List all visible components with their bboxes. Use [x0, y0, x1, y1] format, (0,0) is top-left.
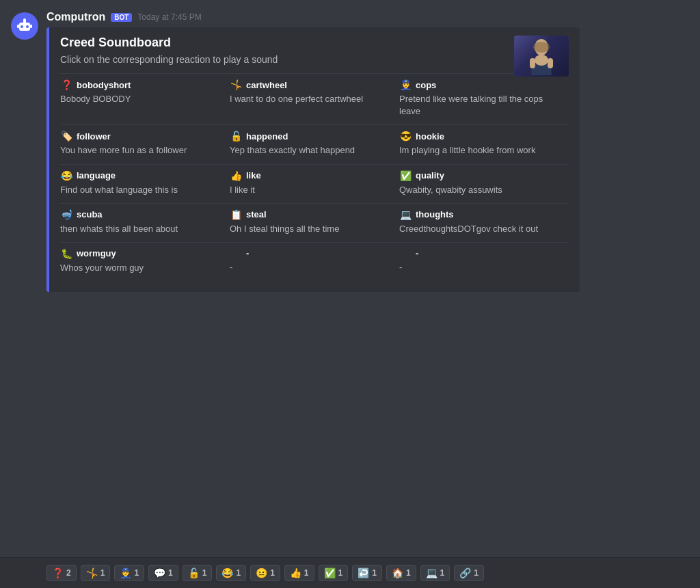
cell-label: 😎 hookie: [399, 131, 561, 142]
cell-icon: 📋: [230, 209, 242, 220]
avatar: [11, 12, 38, 40]
chat-container: Computron BOT Today at 7:45 PM: [0, 0, 700, 588]
reaction-emoji: 😂: [221, 567, 233, 578]
cell-text: Bobody BOBODY: [60, 93, 221, 105]
cell-text: Pretend like were talking till the cops …: [399, 93, 561, 118]
cell-icon: 🏷️: [60, 131, 72, 142]
cell-label-text: thoughts: [416, 209, 454, 219]
cell-text: Im playing a little hookie from work: [399, 144, 561, 157]
cell-text: I like it: [230, 184, 391, 196]
svg-rect-6: [30, 25, 32, 28]
message-content: Computron BOT Today at 7:45 PM: [46, 11, 689, 552]
reaction-button[interactable]: 🔗 1: [454, 565, 484, 581]
svg-point-4: [23, 18, 26, 21]
cell-text: -: [230, 261, 391, 273]
reaction-button[interactable]: ❓ 2: [46, 565, 77, 581]
cell-label-text: steal: [246, 209, 267, 219]
reaction-button[interactable]: 🏠 1: [386, 565, 416, 581]
cell-label: 🤿 scuba: [60, 209, 221, 220]
bot-avatar-icon: [16, 17, 33, 35]
reaction-count: 1: [474, 568, 479, 578]
cell-icon: 👍: [230, 170, 242, 181]
reaction-button[interactable]: 💻 1: [420, 565, 450, 581]
grid-cell: ✅ quality Qwabity, qwabity assuwits: [399, 164, 569, 203]
thumbnail-image: [514, 36, 569, 77]
svg-point-2: [26, 25, 29, 28]
grid-cell: 🤸 cartwheel I want to do one perfect car…: [230, 73, 399, 124]
reaction-count: 1: [168, 568, 173, 578]
cell-label-text: happened: [246, 131, 288, 142]
reaction-emoji: 🤸: [86, 567, 98, 578]
svg-point-9: [535, 55, 548, 66]
reaction-emoji: 👮: [120, 567, 131, 578]
cell-label-text: -: [246, 248, 249, 258]
reaction-count: 1: [202, 568, 207, 578]
cell-label: 🔓 happened: [230, 131, 391, 142]
bot-badge: BOT: [111, 13, 132, 22]
cell-icon: 👮: [399, 79, 412, 90]
grid-cell: 👮 cops Pretend like were talking till th…: [399, 73, 569, 124]
reaction-count: 1: [338, 568, 343, 578]
cell-text: Oh I steal things all the time: [230, 223, 391, 235]
cell-icon: ✅: [399, 170, 412, 181]
cell-label: -: [230, 248, 391, 258]
svg-rect-5: [17, 25, 19, 28]
grid-cell: 😂 language Find out what language this i…: [60, 164, 230, 203]
grid-cell: 🔓 happened Yep thats exactly what happen…: [230, 124, 399, 163]
cell-text: Whos your worm guy: [60, 262, 221, 274]
reaction-button[interactable]: 💬 1: [148, 565, 178, 581]
cell-icon: 😎: [399, 131, 412, 142]
reaction-emoji: 👍: [290, 567, 301, 578]
cell-label-text: cops: [416, 80, 436, 90]
reaction-count: 1: [236, 568, 241, 578]
cell-icon: 😂: [60, 170, 72, 181]
cell-text: -: [399, 261, 561, 273]
cell-label-text: bobodyshort: [77, 80, 131, 90]
reaction-emoji: 🔗: [459, 567, 471, 578]
reaction-emoji: ❓: [52, 567, 64, 578]
reaction-button[interactable]: 🤸 1: [81, 565, 111, 581]
reaction-emoji: ↩️: [358, 567, 369, 578]
cell-text: Find out what language this is: [60, 184, 221, 196]
reaction-count: 1: [406, 568, 411, 578]
grid-cell: 👍 like I like it: [230, 164, 399, 203]
cell-label-text: -: [416, 248, 418, 258]
reaction-emoji: ✅: [324, 567, 336, 578]
reaction-emoji: 🔓: [188, 567, 200, 578]
cell-text: I want to do one perfect cartwheel: [230, 93, 391, 105]
reaction-button[interactable]: ✅ 1: [319, 565, 349, 581]
grid-cell: - -: [230, 242, 399, 281]
reaction-count: 1: [304, 568, 309, 578]
cell-text: then whats this all been about: [60, 223, 221, 235]
grid-cell: 🐛 wormguy Whos your worm guy: [60, 242, 230, 281]
cell-icon: 🔓: [230, 131, 242, 142]
cell-label: 💻 thoughts: [399, 209, 561, 220]
cell-icon: 🤿: [60, 209, 72, 220]
message-header: Computron BOT Today at 7:45 PM: [46, 11, 689, 23]
reaction-button[interactable]: 🔓 1: [183, 565, 213, 581]
reaction-button[interactable]: 😐 1: [250, 565, 280, 581]
grid-cell: 💻 thoughts CreedthoughtsDOTgov check it …: [399, 203, 569, 242]
cell-label-text: quality: [416, 170, 444, 181]
reaction-count: 1: [440, 568, 445, 578]
reaction-count: 1: [100, 568, 105, 578]
reaction-count: 1: [372, 568, 377, 578]
cell-label: 😂 language: [60, 170, 221, 181]
reaction-button[interactable]: 👮 1: [114, 565, 144, 581]
cell-icon: 🤸: [230, 79, 242, 90]
embed-thumbnail: [514, 36, 569, 77]
cell-label-text: like: [246, 170, 261, 181]
grid-cell: 😎 hookie Im playing a little hookie from…: [399, 124, 569, 163]
reaction-count: 2: [66, 568, 71, 578]
cell-label: ✅ quality: [399, 170, 561, 181]
embed-description: Click on the corresponding reaction to p…: [60, 54, 569, 65]
reaction-button[interactable]: 👍 1: [284, 565, 314, 581]
reaction-button[interactable]: ↩️ 1: [352, 565, 382, 581]
reaction-button[interactable]: 😂 1: [216, 565, 246, 581]
cell-label-text: follower: [77, 131, 111, 142]
cell-text: CreedthoughtsDOTgov check it out: [399, 223, 561, 235]
sound-grid: ❓ bobodyshort Bobody BOBODY 🤸 cartwheel …: [60, 73, 569, 281]
grid-cell: ❓ bobodyshort Bobody BOBODY: [60, 73, 230, 124]
svg-point-1: [21, 25, 23, 28]
cell-text: Qwabity, qwabity assuwits: [399, 184, 561, 196]
